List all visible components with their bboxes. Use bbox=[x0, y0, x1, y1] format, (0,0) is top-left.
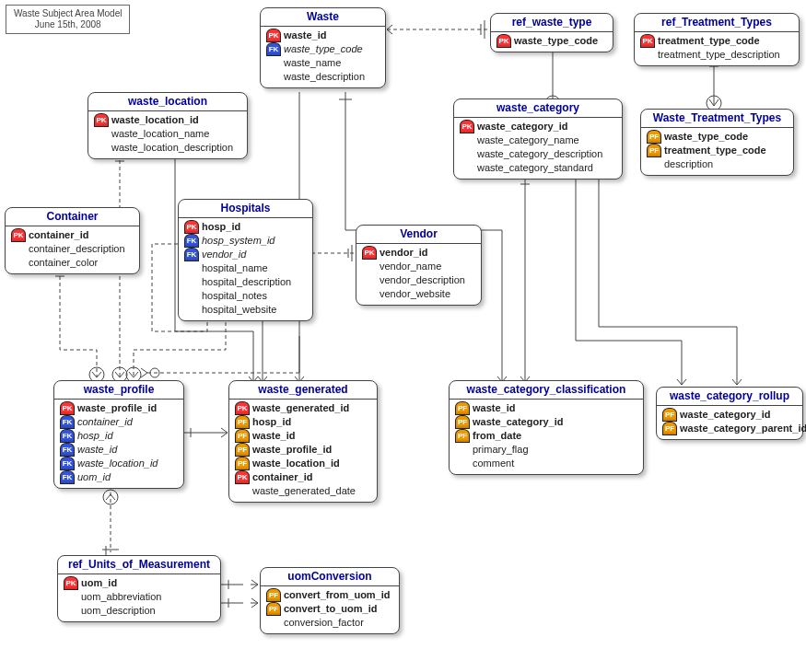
entity-waste: Waste PKwaste_idFKwaste_type_codewaste_n… bbox=[260, 7, 386, 88]
entity-title: ref_waste_type bbox=[491, 14, 613, 32]
field-row: container_color bbox=[7, 256, 137, 270]
key-fk-icon: FK bbox=[60, 458, 75, 470]
field-label: waste_description bbox=[284, 70, 365, 84]
field-label: description bbox=[664, 157, 713, 171]
field-label: hosp_id bbox=[252, 415, 291, 429]
field-label: vendor_website bbox=[380, 287, 450, 301]
field-label: treatment_type_code bbox=[664, 144, 766, 157]
entity-ref-uom: ref_Units_of_Measurement PKuom_iduom_abb… bbox=[57, 555, 221, 622]
field-row: treatment_type_description bbox=[637, 48, 797, 62]
field-label: treatment_type_code bbox=[658, 34, 760, 48]
no-key-icon bbox=[362, 274, 377, 287]
no-key-icon bbox=[455, 458, 470, 470]
key-fk-icon: FK bbox=[60, 444, 75, 457]
entity-title: waste_category bbox=[454, 99, 622, 118]
entity-waste-treatment-types: Waste_Treatment_Types PFwaste_type_codeP… bbox=[640, 109, 794, 176]
field-row: PFconvert_to_uom_id bbox=[263, 602, 397, 616]
no-key-icon bbox=[64, 591, 78, 604]
key-pf-icon: PF bbox=[455, 430, 470, 443]
field-label: waste_category_standard bbox=[477, 161, 593, 175]
field-label: uom_abbreviation bbox=[81, 590, 161, 604]
field-row: description bbox=[643, 157, 791, 171]
entity-waste-category-rollup: waste_category_rollup PFwaste_category_i… bbox=[656, 387, 803, 440]
field-label: waste_type_code bbox=[284, 42, 363, 56]
field-row: PFwaste_profile_id bbox=[231, 443, 375, 457]
entity-title: waste_category_rollup bbox=[657, 388, 802, 406]
field-row: FKcontainer_id bbox=[56, 415, 181, 429]
entity-fields-ref_waste_type: PKwaste_type_code bbox=[491, 32, 613, 52]
no-key-icon bbox=[647, 158, 661, 171]
key-pf-icon: PF bbox=[235, 444, 250, 457]
key-pf-icon: PF bbox=[662, 409, 677, 422]
field-label: waste_id bbox=[473, 401, 515, 415]
field-label: container_color bbox=[29, 256, 98, 270]
field-row: uom_abbreviation bbox=[60, 590, 218, 604]
field-row: PKwaste_generated_id bbox=[231, 401, 375, 415]
field-row: FKwaste_type_code bbox=[263, 42, 383, 56]
entity-ref-treatment-types: ref_Treatment_Types PKtreatment_type_cod… bbox=[634, 13, 800, 66]
field-label: vendor_id bbox=[380, 246, 428, 260]
key-pk-icon: PK bbox=[266, 29, 281, 42]
field-row: PKwaste_profile_id bbox=[56, 401, 181, 415]
field-label: treatment_type_description bbox=[658, 48, 780, 62]
entity-vendor: Vendor PKvendor_idvendor_namevendor_desc… bbox=[356, 225, 482, 306]
field-row: vendor_description bbox=[358, 273, 479, 287]
svg-point-1 bbox=[243, 599, 251, 607]
entity-fields-waste_generated: PKwaste_generated_idPFhosp_idPFwaste_idP… bbox=[229, 400, 377, 502]
key-pf-icon: PF bbox=[647, 145, 661, 157]
title-line2: June 15th, 2008 bbox=[14, 19, 122, 30]
field-label: primary_flag bbox=[473, 443, 529, 457]
key-pk-icon: PK bbox=[60, 402, 75, 415]
field-label: uom_description bbox=[81, 604, 156, 618]
key-pk-icon: PK bbox=[235, 402, 250, 415]
field-label: comment bbox=[473, 457, 514, 470]
field-row: hospital_website bbox=[181, 303, 310, 317]
key-pf-icon: PF bbox=[266, 589, 281, 602]
field-row: waste_category_name bbox=[456, 133, 620, 147]
entity-fields-ref_treatment_types: PKtreatment_type_codetreatment_type_desc… bbox=[635, 32, 799, 65]
entity-uom-conversion: uomConversion PFconvert_from_uom_idPFcon… bbox=[260, 567, 400, 634]
entity-hospitals: Hospitals PKhosp_idFKhosp_system_idFKven… bbox=[178, 199, 313, 321]
field-row: PKwaste_id bbox=[263, 29, 383, 42]
no-key-icon bbox=[94, 128, 109, 141]
field-label: waste_generated_date bbox=[252, 484, 356, 498]
entity-fields-waste: PKwaste_idFKwaste_type_codewaste_namewas… bbox=[261, 27, 385, 87]
key-fk-icon: FK bbox=[184, 235, 199, 248]
field-row: PFwaste_category_id bbox=[659, 408, 800, 422]
field-label: vendor_id bbox=[202, 248, 246, 261]
key-fk-icon: FK bbox=[60, 471, 75, 484]
field-label: waste_id bbox=[284, 29, 326, 42]
field-row: FKvendor_id bbox=[181, 248, 310, 261]
no-key-icon bbox=[460, 134, 474, 147]
field-row: PFwaste_location_id bbox=[231, 457, 375, 470]
field-row: waste_generated_date bbox=[231, 484, 375, 498]
field-row: PKtreatment_type_code bbox=[637, 34, 797, 48]
entity-waste-location: waste_location PKwaste_location_idwaste_… bbox=[88, 92, 248, 159]
field-row: waste_name bbox=[263, 56, 383, 70]
key-pk-icon: PK bbox=[94, 114, 109, 127]
field-label: waste_category_parent_id bbox=[680, 422, 806, 435]
field-row: PFwaste_id bbox=[231, 429, 375, 443]
field-row: vendor_name bbox=[358, 260, 479, 273]
field-row: PKvendor_id bbox=[358, 246, 479, 260]
field-row: FKhosp_system_id bbox=[181, 234, 310, 248]
key-pf-icon: PF bbox=[235, 430, 250, 443]
no-key-icon bbox=[11, 257, 26, 270]
field-row: PFwaste_id bbox=[451, 401, 641, 415]
key-pk-icon: PK bbox=[11, 229, 26, 242]
entity-title: Hospitals bbox=[179, 200, 312, 218]
entity-fields-waste_location: PKwaste_location_idwaste_location_namewa… bbox=[88, 111, 247, 158]
field-label: waste_generated_id bbox=[252, 401, 349, 415]
no-key-icon bbox=[184, 290, 199, 303]
field-label: from_date bbox=[473, 429, 521, 443]
field-row: PFfrom_date bbox=[451, 429, 641, 443]
field-label: waste_location_id bbox=[111, 113, 199, 127]
key-pk-icon: PK bbox=[640, 35, 655, 48]
entity-fields-container: PKcontainer_idcontainer_descriptionconta… bbox=[6, 226, 139, 273]
field-label: waste_location_name bbox=[111, 127, 209, 141]
field-label: hosp_system_id bbox=[202, 234, 275, 248]
field-label: waste_id bbox=[252, 429, 295, 443]
title-line1: Waste Subject Area Model bbox=[14, 8, 122, 19]
field-label: vendor_description bbox=[380, 273, 465, 287]
field-row: FKwaste_id bbox=[56, 443, 181, 457]
